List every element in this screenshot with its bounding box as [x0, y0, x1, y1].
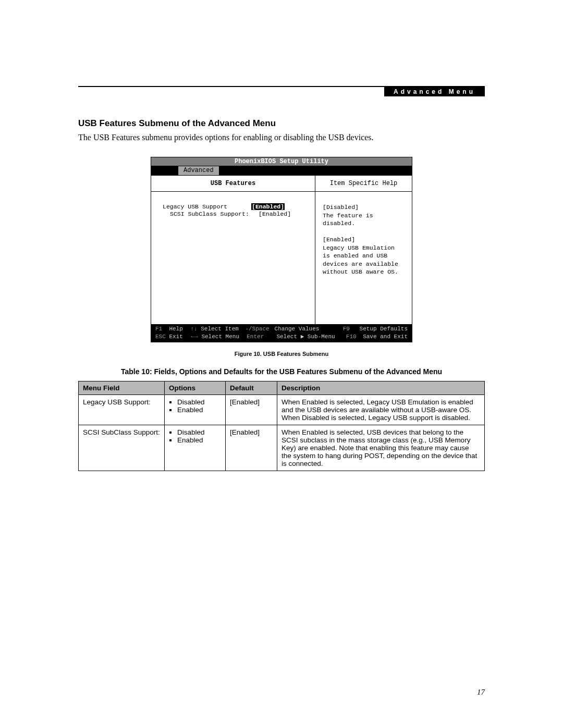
bios-key: ←→ [191, 334, 198, 340]
table-cell-options: Disabled Enabled [165, 425, 226, 471]
option-item: Enabled [177, 436, 221, 444]
bios-key: ESC [155, 334, 166, 340]
bios-key: -/Space [245, 325, 274, 333]
bios-key: F9 [343, 325, 360, 333]
bios-setting-row[interactable]: SCSI SubClass Support: [Enabled] [163, 211, 309, 217]
bios-utility-title: PhoenixBIOS Setup Utility [151, 157, 412, 166]
bios-key: Enter [247, 333, 276, 341]
bios-key: F10 [346, 333, 363, 341]
table-cell-description: When Enabled is selected, Legacy USB Emu… [277, 394, 485, 425]
option-item: Disabled [177, 398, 221, 406]
page-number: 17 [477, 688, 485, 697]
bios-setting-row[interactable]: Legacy USB Support [Enabled] [163, 203, 309, 210]
table-cell-menu-field: SCSI SubClass Support: [79, 425, 165, 471]
table-cell-menu-field: Legacy USB Support: [79, 394, 165, 425]
section-intro: The USB Features submenu provides option… [78, 133, 485, 142]
table-header-options: Options [165, 381, 226, 394]
bios-key: ↑↓ [190, 326, 197, 332]
table-cell-description: When Enabled is selected, USB devices th… [277, 425, 485, 471]
bios-settings-list: Legacy USB Support [Enabled] SCSI SubCla… [151, 192, 315, 324]
bios-key-label: Change Values [275, 325, 343, 333]
table-caption: Table 10: Fields, Options and Defaults f… [78, 367, 485, 376]
table-row: SCSI SubClass Support: Disabled Enabled … [79, 425, 485, 471]
bios-help-text: [Disabled] The feature is disabled. [Ena… [315, 192, 412, 282]
bios-setting-label: Legacy USB Support [163, 203, 251, 210]
header-tab: Advanced Menu [384, 87, 485, 96]
bios-key-label: Select Menu [201, 334, 239, 340]
bios-screenshot: PhoenixBIOS Setup Utility Advanced USB F… [151, 157, 412, 342]
figure-caption: Figure 10. USB Features Submenu [78, 351, 485, 357]
section-title: USB Features Submenu of the Advanced Men… [78, 118, 485, 129]
table-header-default: Default [226, 381, 277, 394]
table-header-menu-field: Menu Field [79, 381, 165, 394]
bios-key-label: Exit [169, 334, 182, 340]
table-row: Legacy USB Support: Disabled Enabled [En… [79, 394, 485, 425]
bios-setting-value[interactable]: [Enabled] [251, 203, 285, 210]
bios-setting-label: SCSI SubClass Support: [163, 211, 259, 217]
table-cell-default: [Enabled] [226, 425, 277, 471]
bios-key-label: Select ▶ Sub-Menu [276, 333, 346, 341]
option-item: Disabled [177, 428, 221, 436]
bios-menubar: Advanced [151, 166, 412, 175]
table-header-description: Description [277, 381, 485, 394]
bios-key: F1 [155, 326, 162, 332]
bios-footer: F1 Help ↑↓ Select Item -/Space Change Va… [151, 324, 412, 342]
bios-help-title: Item Specific Help [315, 176, 412, 192]
table-cell-default: [Enabled] [226, 394, 277, 425]
bios-key-label: Select Item [201, 326, 239, 332]
table-cell-options: Disabled Enabled [165, 394, 226, 425]
bios-key-label: Setup Defaults [360, 325, 408, 333]
bios-key-label: Help [169, 326, 182, 332]
bios-setting-value[interactable]: [Enabled] [259, 211, 291, 217]
options-table: Menu Field Options Default Description L… [78, 381, 485, 471]
bios-menu-advanced[interactable]: Advanced [178, 166, 219, 175]
bios-submenu-title: USB Features [151, 176, 315, 192]
option-item: Enabled [177, 406, 221, 414]
bios-key-label: Save and Exit [363, 333, 408, 341]
